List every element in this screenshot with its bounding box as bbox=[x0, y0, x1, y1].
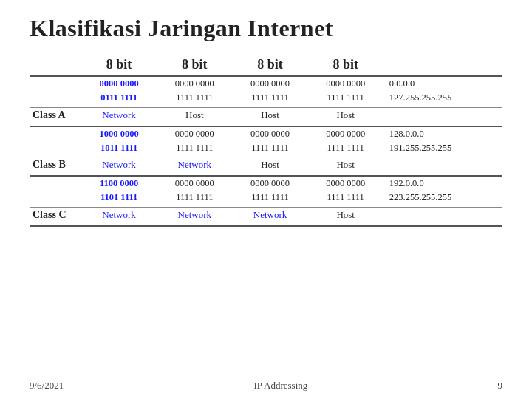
table-wrapper: 8 bit 8 bit 8 bit 8 bit 0000 0000 0000 0… bbox=[30, 55, 502, 227]
bits-cell: 0000 0000 bbox=[232, 76, 307, 91]
bits-cell: 1111 1111 bbox=[308, 91, 383, 105]
class-label bbox=[30, 191, 81, 205]
net-host-cell: Network bbox=[157, 157, 232, 173]
host-cell: Host bbox=[308, 157, 383, 173]
bits-cell: 1000 0000 bbox=[81, 126, 157, 141]
addr-cell bbox=[383, 107, 502, 123]
bits-cell: 0000 0000 bbox=[308, 126, 383, 141]
class-label bbox=[30, 141, 81, 155]
net-host-cell: Network bbox=[81, 207, 157, 222]
header-bit2: 8 bit bbox=[157, 55, 232, 76]
class-label bbox=[30, 91, 81, 105]
footer: 9/6/2021 IP Addressing 9 bbox=[30, 380, 502, 392]
table-row: 1000 0000 0000 0000 0000 0000 0000 0000 … bbox=[30, 126, 502, 141]
bits-cell: 1111 1111 bbox=[308, 191, 383, 205]
header-addr-col bbox=[383, 55, 502, 76]
bits-cell: 0111 1111 bbox=[81, 91, 157, 105]
bits-cell: 1111 1111 bbox=[157, 191, 232, 205]
footer-title: IP Addressing bbox=[64, 380, 497, 392]
bits-cell: 1111 1111 bbox=[308, 141, 383, 155]
table-row: 1101 1111 1111 1111 1111 1111 1111 1111 … bbox=[30, 191, 502, 205]
net-host-cell: Network bbox=[81, 107, 157, 123]
host-cell: Host bbox=[308, 207, 383, 222]
bits-cell: 0000 0000 bbox=[157, 176, 232, 191]
bits-cell: 0000 0000 bbox=[157, 76, 232, 91]
table-row: 0111 1111 1111 1111 1111 1111 1111 1111 … bbox=[30, 91, 502, 105]
bits-cell: 0000 0000 bbox=[308, 76, 383, 91]
class-b-label: Class B bbox=[30, 157, 81, 173]
bits-cell: 1100 0000 bbox=[81, 176, 157, 191]
host-cell: Host bbox=[232, 157, 307, 173]
addr-cell: 191.255.255.255 bbox=[383, 141, 502, 155]
addr-cell bbox=[383, 207, 502, 222]
host-cell: Host bbox=[308, 107, 383, 123]
page: Klasifikasi Jaringan Internet 8 bit 8 bi… bbox=[0, 0, 532, 399]
bits-cell: 0000 0000 bbox=[157, 126, 232, 141]
addr-cell: 127.255.255.255 bbox=[383, 91, 502, 105]
table-row: Class C Network Network Network Host bbox=[30, 207, 502, 222]
bits-cell: 1101 1111 bbox=[81, 191, 157, 205]
header-bit4: 8 bit bbox=[308, 55, 383, 76]
bits-cell: 1111 1111 bbox=[157, 141, 232, 155]
page-title: Klasifikasi Jaringan Internet bbox=[30, 15, 502, 42]
addr-cell: 128.0.0.0 bbox=[383, 126, 502, 141]
table-row: 1100 0000 0000 0000 0000 0000 0000 0000 … bbox=[30, 176, 502, 191]
net-host-cell: Network bbox=[81, 157, 157, 173]
bits-cell: 0000 0000 bbox=[232, 176, 307, 191]
class-a-label: Class A bbox=[30, 107, 81, 123]
table-row: Class A Network Host Host Host bbox=[30, 107, 502, 123]
bits-cell: 0000 0000 bbox=[232, 126, 307, 141]
header-row: 8 bit 8 bit 8 bit 8 bit bbox=[30, 55, 502, 76]
class-c-label: Class C bbox=[30, 207, 81, 222]
addr-cell: 223.255.255.255 bbox=[383, 191, 502, 205]
header-bit3: 8 bit bbox=[232, 55, 307, 76]
footer-page: 9 bbox=[498, 380, 503, 392]
footer-date: 9/6/2021 bbox=[30, 380, 64, 392]
net-host-cell: Network bbox=[232, 207, 307, 222]
classification-table: 8 bit 8 bit 8 bit 8 bit 0000 0000 0000 0… bbox=[30, 55, 502, 227]
bits-cell: 1111 1111 bbox=[232, 91, 307, 105]
class-label bbox=[30, 176, 81, 191]
table-row: 0000 0000 0000 0000 0000 0000 0000 0000 … bbox=[30, 76, 502, 91]
table-row: Class B Network Network Host Host bbox=[30, 157, 502, 173]
table-row: 1011 1111 1111 1111 1111 1111 1111 1111 … bbox=[30, 141, 502, 155]
host-cell: Host bbox=[232, 107, 307, 123]
header-bit1: 8 bit bbox=[81, 55, 157, 76]
bits-cell: 0000 0000 bbox=[81, 76, 157, 91]
divider bbox=[30, 222, 502, 226]
bits-cell: 1111 1111 bbox=[232, 141, 307, 155]
addr-cell: 0.0.0.0 bbox=[383, 76, 502, 91]
class-label bbox=[30, 126, 81, 141]
addr-cell: 192.0.0.0 bbox=[383, 176, 502, 191]
bits-cell: 1111 1111 bbox=[232, 191, 307, 205]
addr-cell bbox=[383, 157, 502, 173]
header-label-col bbox=[30, 55, 81, 76]
net-host-cell: Network bbox=[157, 207, 232, 222]
bits-cell: 1011 1111 bbox=[81, 141, 157, 155]
class-label bbox=[30, 76, 81, 91]
bits-cell: 1111 1111 bbox=[157, 91, 232, 105]
host-cell: Host bbox=[157, 107, 232, 123]
bits-cell: 0000 0000 bbox=[308, 176, 383, 191]
